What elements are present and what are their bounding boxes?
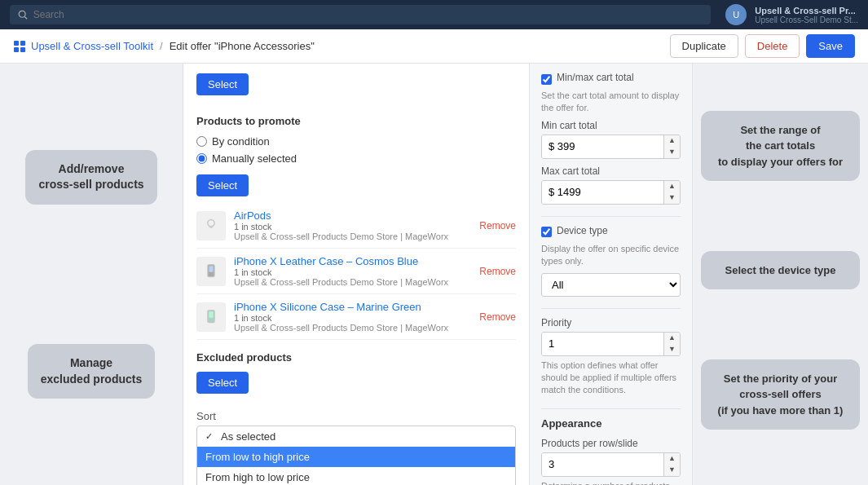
priority-input[interactable]: ▲ ▼ xyxy=(541,332,681,356)
svg-rect-2 xyxy=(14,41,19,46)
product-stock-2: 1 in stock xyxy=(234,267,471,277)
svg-rect-9 xyxy=(209,311,214,318)
products-per-row-desc: Determine a number of products shown in … xyxy=(541,480,681,485)
product-icon-1 xyxy=(203,218,219,234)
by-condition-radio[interactable]: By condition xyxy=(196,135,516,148)
appearance-title: Appearance xyxy=(541,417,681,430)
excluded-products-section: Excluded products Select Sort As selecte… xyxy=(196,351,516,485)
min-cart-value[interactable] xyxy=(542,135,663,158)
product-image-3 xyxy=(196,302,226,332)
device-type-tooltip: Select the device type xyxy=(701,251,860,290)
search-input[interactable] xyxy=(33,9,703,20)
product-icon-2 xyxy=(203,263,219,280)
excluded-select-button[interactable]: Select xyxy=(196,372,249,394)
left-tooltips: Add/removecross-sell products Manageexcl… xyxy=(0,64,183,485)
appearance-section: Appearance Products per row/slide ▲ ▼ De… xyxy=(541,417,681,485)
min-max-label: Min/max cart total xyxy=(557,72,634,83)
max-cart-down[interactable]: ▼ xyxy=(664,192,680,204)
product-list: AirPods 1 in stock Upsell & Cross-sell P… xyxy=(196,203,516,340)
delete-button[interactable]: Delete xyxy=(745,34,800,58)
cart-range-tooltip: Set the range ofthe cart totalsto displa… xyxy=(701,111,860,182)
svg-point-0 xyxy=(19,11,25,17)
manually-selected-radio[interactable]: Manually selected xyxy=(196,152,516,165)
min-cart-up[interactable]: ▲ xyxy=(664,135,680,147)
min-max-checkbox[interactable]: Min/max cart total xyxy=(541,72,681,86)
priority-value[interactable] xyxy=(542,333,663,355)
products-per-row-value[interactable] xyxy=(542,453,663,476)
max-cart-input[interactable]: ▲ ▼ xyxy=(541,180,681,205)
svg-rect-4 xyxy=(14,47,19,52)
remove-product-1[interactable]: Remove xyxy=(479,220,516,231)
product-store-1: Upsell & Cross-sell Products Demo Store … xyxy=(234,231,471,241)
sort-option-low-high[interactable]: From low to high price xyxy=(197,447,515,467)
manage-excluded-tooltip: Manageexcluded products xyxy=(28,344,155,399)
svg-rect-5 xyxy=(20,47,25,52)
store-sub: Upsell Cross-Sell Demo St... xyxy=(755,15,858,24)
excluded-products-label: Excluded products xyxy=(196,351,516,364)
store-info: Upsell & Cross-sell Pr... Upsell Cross-S… xyxy=(755,6,858,24)
remove-product-3[interactable]: Remove xyxy=(479,311,516,323)
product-stock-3: 1 in stock xyxy=(234,313,471,323)
search-icon xyxy=(18,10,29,20)
min-cart-down[interactable]: ▼ xyxy=(664,147,680,158)
product-info-1: AirPods 1 in stock Upsell & Cross-sell P… xyxy=(234,209,471,241)
priority-down[interactable]: ▼ xyxy=(664,344,680,355)
priority-desc: This option defines what offer should be… xyxy=(541,359,681,397)
brand-label: Upsell & Cross-sell Toolkit xyxy=(31,40,153,52)
breadcrumb-title: Edit offer "iPhone Accessories" xyxy=(170,40,315,52)
product-name-2: iPhone X Leather Case – Cosmos Blue xyxy=(234,255,471,267)
brand-icon: Upsell & Cross-sell Toolkit xyxy=(13,40,153,53)
min-cart-spinner: ▲ ▼ xyxy=(663,135,680,158)
min-max-section: Min/max cart total Set the cart total am… xyxy=(541,72,681,205)
device-type-checkbox-input[interactable] xyxy=(541,227,552,237)
divider-2 xyxy=(541,308,681,309)
min-max-checkbox-input[interactable] xyxy=(541,74,552,85)
products-per-row-spinner: ▲ ▼ xyxy=(663,453,680,476)
divider-3 xyxy=(541,408,681,409)
max-cart-up[interactable]: ▲ xyxy=(664,181,680,192)
products-per-row-up[interactable]: ▲ xyxy=(664,453,680,465)
right-tooltips: Set the range ofthe cart totalsto displa… xyxy=(693,64,868,485)
min-cart-label: Min cart total xyxy=(541,120,681,131)
products-per-row-down[interactable]: ▼ xyxy=(664,465,680,476)
device-type-select[interactable]: All Desktop Mobile Tablet xyxy=(541,273,681,297)
right-panel: Min/max cart total Set the cart total am… xyxy=(530,64,693,485)
sort-dropdown[interactable]: As selected From low to high price From … xyxy=(196,425,516,485)
product-info-2: iPhone X Leather Case – Cosmos Blue 1 in… xyxy=(234,255,471,287)
sort-section: Sort As selected From low to high price … xyxy=(196,410,516,485)
table-row: iPhone X Leather Case – Cosmos Blue 1 in… xyxy=(196,249,516,294)
select-products-button[interactable]: Select xyxy=(196,174,249,196)
max-cart-label: Max cart total xyxy=(541,165,681,177)
sort-label: Sort xyxy=(196,410,516,422)
table-row: AirPods 1 in stock Upsell & Cross-sell P… xyxy=(196,203,516,249)
products-to-promote-label: Products to promote xyxy=(196,115,516,127)
avatar: U xyxy=(725,4,747,25)
sort-dropdown-list: As selected From low to high price From … xyxy=(196,425,516,485)
radio-group: By condition Manually selected xyxy=(196,135,516,165)
product-store-3: Upsell & Cross-sell Products Demo Store … xyxy=(234,323,471,333)
add-remove-tooltip: Add/removecross-sell products xyxy=(25,150,156,205)
device-type-checkbox[interactable]: Device type xyxy=(541,225,681,240)
svg-rect-3 xyxy=(20,41,25,46)
max-cart-value[interactable] xyxy=(542,181,663,204)
products-per-row-input[interactable]: ▲ ▼ xyxy=(541,452,681,477)
product-image-2 xyxy=(196,257,226,286)
store-name: Upsell & Cross-sell Pr... xyxy=(755,6,858,15)
priority-label: Priority xyxy=(541,317,681,328)
device-type-section: Device type Display the offer on specifi… xyxy=(541,225,681,297)
priority-up[interactable]: ▲ xyxy=(664,333,680,344)
sort-option-as-selected[interactable]: As selected xyxy=(197,426,515,447)
top-select-button[interactable]: Select xyxy=(196,73,249,95)
search-box[interactable] xyxy=(10,5,711,24)
save-button[interactable]: Save xyxy=(806,34,855,58)
product-name-3: iPhone X Silicone Case – Marine Green xyxy=(234,301,471,313)
remove-product-2[interactable]: Remove xyxy=(479,266,516,277)
product-store-2: Upsell & Cross-sell Products Demo Store … xyxy=(234,277,471,287)
sort-option-high-low[interactable]: From high to low price xyxy=(197,467,515,485)
breadcrumb: Upsell & Cross-sell Toolkit / Edit offer… xyxy=(0,29,868,64)
device-type-desc: Display the offer on specific device typ… xyxy=(541,243,681,268)
product-stock-1: 1 in stock xyxy=(234,222,471,231)
product-image-1 xyxy=(196,211,226,240)
duplicate-button[interactable]: Duplicate xyxy=(670,34,738,58)
min-cart-input[interactable]: ▲ ▼ xyxy=(541,134,681,159)
